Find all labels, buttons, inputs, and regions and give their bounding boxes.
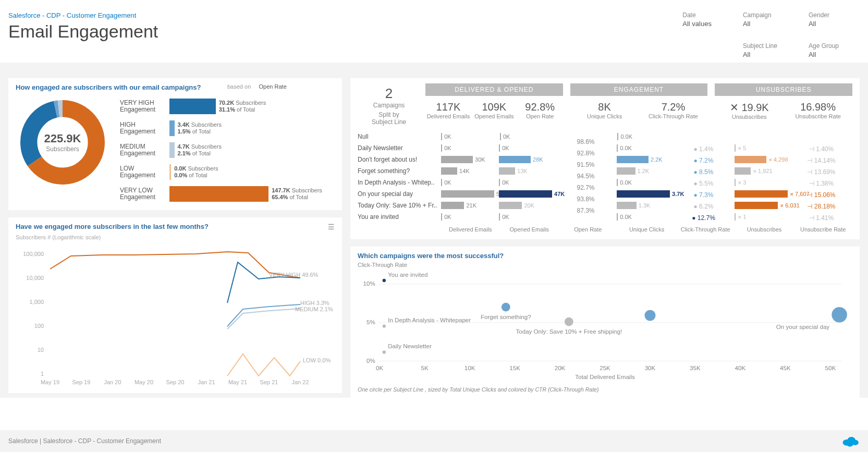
svg-text:45K: 45K [780,365,791,371]
filter-campaign[interactable]: CampaignAll [743,11,777,28]
svg-text:1,000: 1,000 [29,299,44,305]
svg-text:10,000: 10,000 [26,275,44,281]
table-row[interactable]: Today Only: Save 10% + Fr.. 21K 20K 93.8… [358,200,852,211]
based-on: based on Open Rate [227,83,287,90]
trend-card: Have we engaged more subscribers in the … [8,217,342,393]
donut-chart[interactable]: 225.9K Subscribers [16,95,109,189]
svg-text:1: 1 [41,371,44,377]
table-row[interactable]: Daily Newsletter 0K 0K 98.6% 0.0K ● 1.4%… [358,142,852,154]
table-row[interactable]: Forget something? 14K 13K 91.5% 1.2K ● 8… [358,165,852,177]
engagement-row[interactable]: HIGHEngagement 3.4K Subscribers1.5% of T… [120,117,335,139]
scatter-chart[interactable]: 0%5%10% 0K5K10K15K20K25K30K35K40K45K50K … [358,268,852,383]
engagement-row[interactable]: VERY LOWEngagement 147.7K Subscribers65.… [120,183,335,205]
scatter-point[interactable] [565,317,573,326]
svg-text:40K: 40K [735,365,746,371]
split-by-value: Subject Line [358,118,420,126]
engagement-card: How engaged are subscribers with our ema… [8,78,342,210]
svg-text:Daily Newsletter: Daily Newsletter [388,343,432,349]
scatter-point[interactable] [383,324,386,327]
svg-text:25K: 25K [600,365,610,371]
svg-text:May 21: May 21 [228,379,247,385]
scatter-xlabel: Total Delivered Emails [575,374,635,380]
campaigns-label: Campaigns [358,102,420,109]
table-row[interactable]: You are invited 0K 0K 87.3% 0.0K ● 12.7%… [358,211,852,223]
svg-text:Today Only: Save 10% + Free sh: Today Only: Save 10% + Free shipping! [516,328,622,335]
page-title: Email Engagement [8,21,682,42]
scatter-point[interactable] [644,310,655,321]
kpi-cell: 8KUnique Clicks [570,96,639,125]
trend-ann-vh: VERY HIGH 49.6% [269,272,319,278]
kpi-group: UNSUBSCRIBES ✕ 19.9KUnsubscribes 16.98%U… [715,83,852,126]
svg-text:50K: 50K [825,365,836,371]
engagement-row[interactable]: MEDIUMEngagement 4.7K Subscribers2.1% of… [120,139,335,161]
col-header: Unsubscribe Rate [793,225,852,234]
scatter-point[interactable] [832,307,847,323]
svg-text:15K: 15K [509,365,520,371]
filter-age-group[interactable]: Age GroupAll [809,42,839,58]
donut-center-label: Subscribers [44,145,81,153]
based-on-label: based on [227,83,251,90]
scatter-footnote: One circle per Subject Line , sized by T… [358,386,852,393]
engagement-question: How engaged are subscribers with our ema… [16,83,201,91]
engagement-row[interactable]: LOWEngagement 0.0K Subscribers0.0% of To… [120,161,335,183]
scatter-question: Which campaigns were the most successful… [358,252,504,260]
kpi-cell: 117KDelivered Emails [425,96,471,125]
donut-center-value: 225.9K [44,132,81,145]
svg-text:Sep 20: Sep 20 [166,379,185,385]
trend-ylabel: Subscribers # (Logarithmic scale) [16,234,335,240]
trend-ann-h: HIGH 3.3% [300,300,329,306]
svg-text:Jan 21: Jan 21 [198,379,215,385]
split-by-label: Split by [358,111,420,118]
svg-text:10%: 10% [363,280,375,287]
svg-text:5K: 5K [421,365,429,371]
svg-text:Jan 20: Jan 20 [104,379,121,385]
kpi-card: 2 Campaigns Split by Subject Line DELIVE… [350,78,860,239]
svg-text:Forget something?: Forget something? [481,314,531,320]
kpi-cell: 109KOpened Emails [471,96,517,125]
kpi-cell: ✕ 19.9KUnsubscribes [715,96,784,125]
svg-text:You are invited: You are invited [388,272,427,278]
scatter-point[interactable] [502,303,510,312]
trend-chart[interactable]: 1101001,00010,000100,000 May 19Sep 19Jan… [16,240,335,386]
svg-text:10K: 10K [464,365,475,371]
col-header: Unique Clicks [617,225,676,234]
svg-text:20K: 20K [555,365,566,371]
table-row[interactable]: On your special day 51K 47K 92.7% 3.7K ●… [358,188,852,200]
trend-question: Have we engaged more subscribers in the … [16,223,209,231]
breadcrumb[interactable]: Salesforce - CDP - Customer Engagement [8,11,682,19]
filter-gender[interactable]: GenderAll [809,11,839,28]
col-header: Delivered Emails [441,225,500,234]
kpi-cell: 92.8%Open Rate [517,96,563,125]
kpi-group-header: UNSUBSCRIBES [715,83,852,96]
filter-subject-line[interactable]: Subject LineAll [743,42,777,58]
svg-text:0K: 0K [376,365,383,371]
scatter-ylabel: Click-Through Rate [358,262,852,268]
trend-ann-l: LOW 0.0% [303,357,331,363]
svg-text:Jan 22: Jan 22 [291,379,309,385]
scatter-card: Which campaigns were the most successful… [350,247,860,398]
svg-text:35K: 35K [690,365,701,371]
scatter-point[interactable] [383,279,386,282]
table-row[interactable]: Null 0K 0K 0.0K [358,131,852,142]
kpi-group-header: DELIVERED & OPENED [425,83,563,96]
svg-text:On your special day: On your special day [776,324,830,330]
col-header: Opened Emails [500,225,559,234]
hamburger-icon[interactable]: ☰ [328,223,335,231]
svg-text:0%: 0% [366,358,375,364]
kpi-group: DELIVERED & OPENED 117KDelivered Emails … [425,83,563,126]
svg-point-45 [847,442,853,447]
scatter-point[interactable] [383,350,386,353]
kpi-cell: 7.2%Click-Through Rate [639,96,708,125]
engagement-row[interactable]: VERY HIGHEngagement 70.2K Subscribers31.… [120,95,335,117]
table-row[interactable]: In Depth Analysis - Whitep.. 0K 0K 94.5%… [358,177,852,188]
salesforce-logo-icon [841,434,860,448]
kpi-group: ENGAGEMENT 8KUnique Clicks 7.2%Click-Thr… [570,83,708,126]
table-row[interactable]: Don't forget about us! 30K 28K 92.8% 2.2… [358,154,852,165]
header: Salesforce - CDP - Customer Engagement E… [0,0,868,63]
filter-bar: DateAll valuesCampaignAllSubject LineAll… [682,11,860,58]
footer-text: Salesforce | Salesforce - CDP - Customer… [8,437,161,445]
svg-text:100,000: 100,000 [23,251,44,257]
svg-text:100: 100 [34,323,44,329]
based-on-value[interactable]: Open Rate [259,83,287,90]
filter-date[interactable]: DateAll values [682,11,712,28]
